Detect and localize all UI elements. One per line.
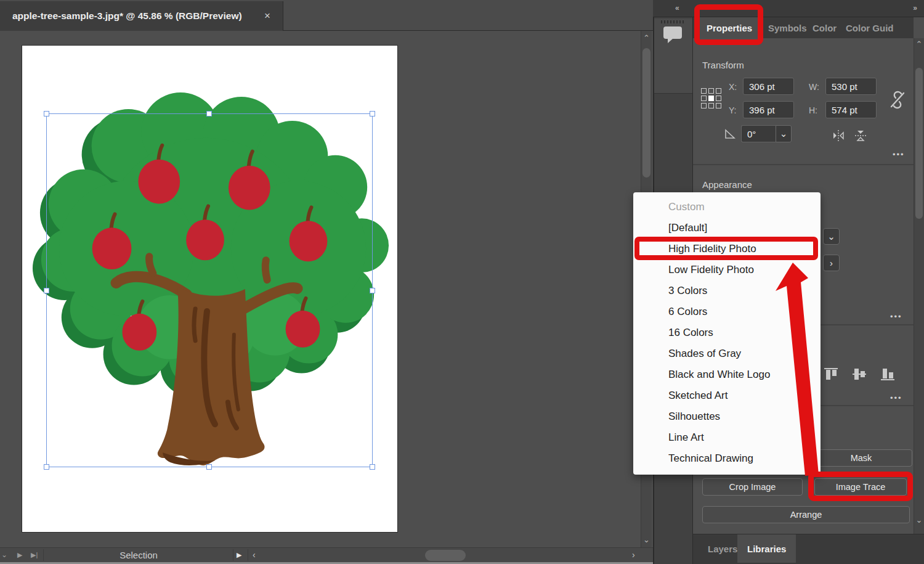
status-divider: [233, 549, 233, 561]
selection-handle-mid-left[interactable]: [44, 288, 49, 293]
appearance-more-options-icon[interactable]: •••: [890, 312, 902, 321]
menu-item-shades-of-gray[interactable]: Shades of Gray: [633, 343, 821, 364]
y-input[interactable]: 396 pt: [743, 101, 794, 118]
transform-more-options-icon[interactable]: •••: [893, 150, 905, 159]
w-input[interactable]: 530 pt: [825, 78, 877, 95]
current-tool-label[interactable]: Selection: [44, 548, 233, 562]
scroll-right-icon[interactable]: ›: [632, 548, 635, 562]
menu-item-default[interactable]: [Default]: [633, 218, 821, 239]
next-artboard-icon[interactable]: ▶: [17, 548, 22, 562]
document-tab[interactable]: apple-tree-sample-3.jpg* @ 45.86 % (RGB/…: [0, 1, 283, 31]
constrain-proportions-broken-link-icon[interactable]: [888, 89, 907, 110]
w-label: W:: [809, 82, 819, 92]
menu-item-line-art[interactable]: Line Art: [633, 427, 821, 448]
flip-vertical-icon[interactable]: [854, 129, 867, 142]
scroll-up-icon[interactable]: ⌃: [914, 39, 924, 49]
rotation-dropdown-button[interactable]: ⌄: [776, 125, 792, 142]
selection-handle-bottom-center[interactable]: [206, 464, 212, 470]
menu-item-16-colors[interactable]: 16 Colors: [633, 322, 821, 343]
canvas-vscroll-thumb[interactable]: [642, 48, 650, 178]
rotation-input[interactable]: 0°: [741, 125, 776, 142]
canvas-hscroll-thumb[interactable]: [425, 550, 466, 561]
panel-top-bar: « »: [653, 0, 924, 17]
x-input[interactable]: 306 pt: [743, 78, 794, 95]
section-divider: [693, 164, 914, 165]
open-appearance-panel-button[interactable]: ›: [823, 255, 840, 271]
tab-color-guide[interactable]: Color Guid: [837, 17, 902, 38]
tab-libraries[interactable]: Libraries: [737, 534, 796, 563]
menu-item-3-colors[interactable]: 3 Colors: [633, 280, 821, 301]
y-label: Y:: [729, 105, 736, 115]
scroll-up-icon[interactable]: ⌃: [641, 33, 652, 43]
transform-section-title: Transform: [702, 60, 744, 70]
mask-button[interactable]: Mask: [810, 449, 912, 467]
document-title: apple-tree-sample-3.jpg* @ 45.86 % (RGB/…: [12, 10, 262, 22]
status-play-icon[interactable]: ▶: [237, 548, 241, 562]
chevron-right-icon: ›: [830, 258, 833, 268]
document-tab-bar: apple-tree-sample-3.jpg* @ 45.86 % (RGB/…: [0, 0, 653, 31]
panel-vertical-scrollbar[interactable]: ⌃ ⌄: [914, 38, 924, 534]
x-label: X:: [729, 82, 737, 92]
menu-item-low-fidelity-photo[interactable]: Low Fidelity Photo: [633, 260, 821, 280]
align-more-options-icon[interactable]: •••: [890, 393, 902, 403]
selection-handle-top-right[interactable]: [370, 111, 375, 116]
image-trace-preset-menu: Custom [Default] High Fidelity Photo Low…: [633, 192, 821, 475]
comment-bubble-icon[interactable]: [663, 25, 684, 44]
align-vertical-bottom-icon[interactable]: [879, 366, 896, 383]
appearance-section-title: Appearance: [702, 179, 752, 190]
canvas-area: ⌃ ⌄: [0, 31, 653, 547]
scroll-left-icon[interactable]: ‹: [253, 548, 256, 562]
selection-handle-top-center[interactable]: [206, 111, 212, 116]
selection-handle-bottom-right[interactable]: [370, 464, 375, 470]
selection-handle-top-left[interactable]: [44, 111, 49, 116]
reference-point-locator[interactable]: [701, 88, 721, 108]
align-vertical-center-icon[interactable]: [851, 366, 868, 383]
menu-item-sketched-art[interactable]: Sketched Art: [633, 385, 821, 406]
scroll-down-icon[interactable]: ⌄: [914, 515, 924, 525]
menu-item-6-colors[interactable]: 6 Colors: [633, 301, 821, 322]
opacity-dropdown-button[interactable]: ⌄: [823, 228, 840, 245]
close-document-icon[interactable]: ×: [262, 10, 273, 22]
scroll-down-icon[interactable]: ⌄: [641, 535, 652, 545]
status-divider: [43, 549, 44, 561]
status-bar: ⌄ ▶ ▶| Selection ▶ ‹ ›: [0, 547, 653, 562]
panel-bottom-tab-bar: Layers Libraries: [693, 534, 924, 564]
chevron-down-icon: ⌄: [780, 128, 788, 139]
selection-bounding-box: [46, 113, 373, 467]
selection-handle-mid-right[interactable]: [370, 288, 375, 293]
rotation-angle-icon: [724, 128, 737, 139]
menu-item-custom[interactable]: Custom: [633, 197, 821, 218]
align-vertical-top-icon[interactable]: [822, 366, 840, 383]
chevron-down-icon: ⌄: [827, 231, 835, 242]
status-divider: [248, 549, 248, 561]
collapse-panel-left-icon[interactable]: «: [675, 4, 679, 12]
crop-image-button[interactable]: Crop Image: [702, 478, 803, 496]
expand-panel-right-icon[interactable]: »: [913, 4, 917, 12]
flip-horizontal-icon[interactable]: [832, 129, 845, 142]
last-artboard-icon[interactable]: ▶|: [31, 548, 38, 562]
menu-item-silhouettes[interactable]: Silhouettes: [633, 406, 821, 427]
menu-item-high-fidelity-photo[interactable]: High Fidelity Photo: [633, 239, 821, 260]
tab-properties[interactable]: Properties: [698, 17, 761, 38]
menu-item-technical-drawing[interactable]: Technical Drawing: [633, 448, 821, 469]
image-trace-button[interactable]: Image Trace: [814, 478, 907, 496]
panel-grip-handle[interactable]: [661, 20, 686, 23]
panel-tab-bar: Properties Symbols Color Color Guid: [693, 17, 914, 38]
h-input[interactable]: 574 pt: [825, 101, 877, 118]
arrange-button[interactable]: Arrange: [702, 506, 910, 523]
h-label: H:: [809, 105, 817, 115]
panel-scroll-thumb[interactable]: [915, 68, 923, 219]
status-dropdown-icon[interactable]: ⌄: [1, 548, 7, 562]
comments-panel-cell[interactable]: [654, 18, 692, 94]
selection-handle-bottom-left[interactable]: [44, 464, 49, 470]
menu-item-black-and-white-logo[interactable]: Black and White Logo: [633, 364, 821, 385]
